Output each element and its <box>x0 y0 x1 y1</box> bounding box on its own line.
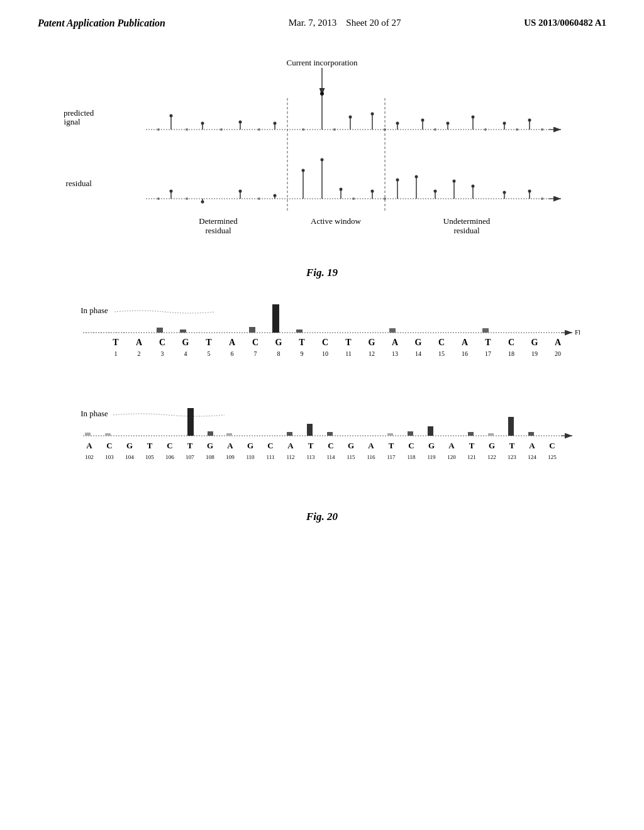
lower-bar-118 <box>408 431 413 436</box>
fig20-lower-svg: In phase <box>64 401 580 489</box>
num-18: 18 <box>508 350 514 357</box>
seq-T: T <box>113 338 119 347</box>
svg-text:110: 110 <box>246 454 255 460</box>
svg-point-23 <box>484 128 487 131</box>
svg-text:120: 120 <box>447 454 456 460</box>
num-4: 4 <box>184 350 187 357</box>
svg-text:A: A <box>287 441 294 450</box>
num-8: 8 <box>277 350 280 357</box>
upper-bar-4 <box>180 329 186 333</box>
num-9: 9 <box>301 350 304 357</box>
svg-text:125: 125 <box>548 454 557 460</box>
num-19: 19 <box>531 350 538 357</box>
svg-text:121: 121 <box>467 454 476 460</box>
seq-G2: G <box>275 338 282 347</box>
path-residual-label: Path residual <box>64 179 92 188</box>
num-1: 1 <box>114 350 118 357</box>
svg-point-14 <box>528 119 531 122</box>
num-14: 14 <box>415 350 421 357</box>
num-17: 17 <box>485 350 491 357</box>
figure-19-container: Path predicted signal Path residual Curr… <box>64 48 580 279</box>
page-header: Patent Application Publication Mar. 7, 2… <box>0 0 644 29</box>
svg-point-35 <box>415 175 418 179</box>
num-7: 7 <box>254 350 257 357</box>
svg-text:G: G <box>489 441 495 450</box>
svg-text:107: 107 <box>186 454 194 460</box>
lower-bar-122 <box>488 433 494 436</box>
svg-point-42 <box>186 197 188 200</box>
seq-A5: A <box>555 338 562 347</box>
svg-text:T: T <box>469 441 475 450</box>
svg-point-38 <box>472 185 475 188</box>
svg-text:A: A <box>368 441 374 450</box>
seq-C2: C <box>252 338 258 347</box>
current-incorporation-label: Current incorporation <box>287 58 358 67</box>
svg-point-28 <box>239 190 242 193</box>
svg-point-43 <box>258 197 260 200</box>
num-15: 15 <box>438 350 445 357</box>
upper-bar-13 <box>389 328 396 333</box>
svg-point-2 <box>170 114 173 118</box>
svg-text:G: G <box>126 441 133 450</box>
sheet-label: Sheet 20 of 27 <box>346 18 401 28</box>
upper-bar-17 <box>482 328 489 333</box>
lower-bar-124 <box>528 432 534 436</box>
svg-point-32 <box>340 188 343 191</box>
in-phase-label-upper: In phase <box>80 306 108 315</box>
upper-bar-3 <box>157 328 163 333</box>
svg-text:102: 102 <box>85 454 94 460</box>
svg-text:T: T <box>308 441 314 450</box>
num-6: 6 <box>231 350 234 357</box>
lower-bar-123 <box>508 417 514 436</box>
fig20-upper-section: In phase <box>64 298 580 382</box>
svg-text:C: C <box>328 441 333 450</box>
svg-text:C: C <box>267 441 273 450</box>
seq-T4: T <box>345 338 352 347</box>
fig20-lower-section: In phase <box>64 401 580 492</box>
svg-text:T: T <box>147 441 153 450</box>
seq-G: G <box>182 338 189 347</box>
svg-text:112: 112 <box>286 454 294 460</box>
lower-bar-121 <box>468 432 474 436</box>
svg-point-5 <box>274 122 277 125</box>
lower-bar-108 <box>208 431 213 436</box>
svg-text:122: 122 <box>487 454 496 460</box>
svg-text:A: A <box>529 441 535 450</box>
svg-point-29 <box>274 194 277 197</box>
svg-point-12 <box>472 116 475 119</box>
svg-point-18 <box>258 128 260 131</box>
svg-text:G: G <box>428 441 435 450</box>
num-2: 2 <box>138 350 141 357</box>
svg-text:117: 117 <box>387 454 396 460</box>
svg-point-24 <box>516 128 518 131</box>
svg-text:115: 115 <box>347 454 355 460</box>
svg-text:C: C <box>408 441 414 450</box>
publication-title: Patent Application Publication <box>38 18 165 29</box>
svg-text:C: C <box>167 441 172 450</box>
num-11: 11 <box>345 350 352 357</box>
svg-point-17 <box>220 128 223 131</box>
svg-text:G: G <box>247 441 253 450</box>
svg-text:G: G <box>348 441 354 450</box>
lower-bar-103 <box>105 433 111 436</box>
lower-bar-114 <box>327 432 333 436</box>
svg-text:104: 104 <box>125 454 134 460</box>
svg-text:123: 123 <box>508 454 516 460</box>
svg-point-16 <box>186 128 188 131</box>
fig19-caption: Fig. 19 <box>64 267 580 279</box>
seq-C5: C <box>508 338 514 347</box>
seq-G3: G <box>369 338 375 347</box>
svg-text:103: 103 <box>105 454 114 460</box>
svg-point-11 <box>447 122 450 125</box>
svg-point-10 <box>421 119 425 122</box>
svg-text:111: 111 <box>267 454 275 460</box>
figure-19-svg: Path predicted signal Path residual Curr… <box>64 48 580 262</box>
svg-point-19 <box>302 128 304 131</box>
seq-C3: C <box>322 338 328 347</box>
svg-point-22 <box>434 128 436 131</box>
seq-A3: A <box>392 338 399 347</box>
in-phase-wave-upper <box>114 311 215 313</box>
lower-bar-107-tall <box>187 408 194 436</box>
num-10: 10 <box>322 350 328 357</box>
seq-C4: C <box>438 338 445 347</box>
